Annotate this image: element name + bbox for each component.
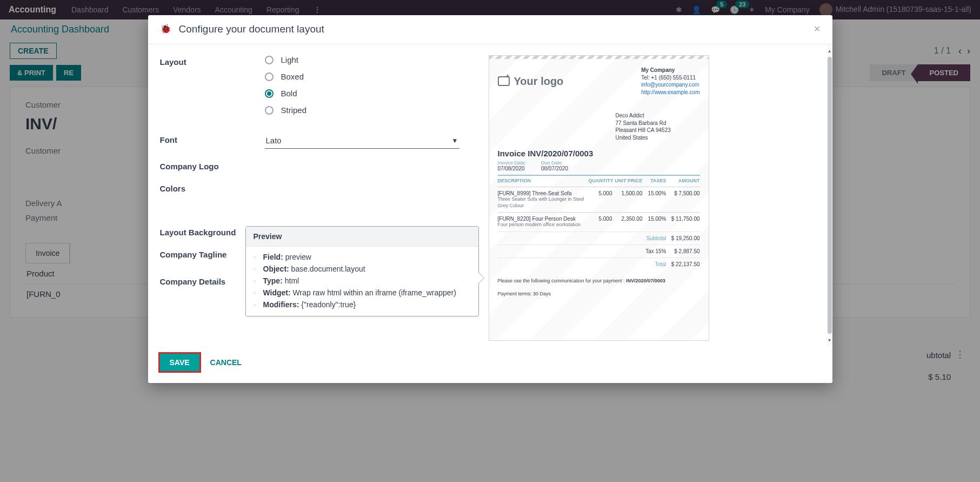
company-logo-label: Company Logo xyxy=(160,160,265,171)
radio-bold-label: Bold xyxy=(281,89,297,98)
doc-note2: Payment terms: 30 Days xyxy=(498,291,700,296)
cancel-button[interactable]: CANCEL xyxy=(210,358,242,367)
close-icon[interactable]: × xyxy=(814,23,821,35)
layout-label: Layout xyxy=(160,55,265,67)
debug-icon[interactable]: 🐞 xyxy=(160,23,171,35)
popover-title: Preview xyxy=(246,227,478,247)
preview-pane: Your logo My Company Tel: +1 (650) 555-0… xyxy=(482,55,821,341)
doc-note1: Please use the following communication f… xyxy=(498,278,700,283)
radio-light-label: Light xyxy=(281,55,299,64)
radio-striped-label: Striped xyxy=(281,105,307,115)
save-button[interactable]: SAVE xyxy=(160,354,199,371)
doc-stripe xyxy=(489,56,709,59)
doc-customer-address: Deco Addict 77 Santa Barbara Rd Pleasant… xyxy=(616,112,700,141)
radio-bold[interactable] xyxy=(265,89,274,98)
logo-text: Your logo xyxy=(514,75,564,88)
radio-boxed-label: Boxed xyxy=(281,72,304,81)
camera-icon xyxy=(498,76,510,86)
scroll-up-icon[interactable]: ▴ xyxy=(828,48,831,54)
modal-header: 🐞 Configure your document layout × xyxy=(148,15,832,44)
doc-company-block: My Company Tel: +1 (650) 555-0111 info@y… xyxy=(641,67,699,96)
scroll-down-icon[interactable]: ▾ xyxy=(828,337,831,343)
font-label: Font xyxy=(160,133,265,144)
font-value: Lato xyxy=(266,136,282,145)
modal-scrollbar[interactable]: ▴ ▾ xyxy=(827,44,832,346)
debug-popover: Preview Field: preview Object: base.docu… xyxy=(245,226,479,316)
colors-label: Colors xyxy=(160,182,265,193)
font-select[interactable]: Lato ▼ xyxy=(265,133,459,149)
modal-footer: SAVE CANCEL xyxy=(148,346,832,383)
radio-striped[interactable] xyxy=(265,106,274,115)
preview-document: Your logo My Company Tel: +1 (650) 555-0… xyxy=(489,55,709,341)
configure-layout-modal: 🐞 Configure your document layout × Layou… xyxy=(148,15,832,383)
modal-title: Configure your document layout xyxy=(179,23,324,35)
layout-radios: Light Boxed Bold Striped xyxy=(265,55,477,122)
doc-title: Invoice INV/2020/07/0003 xyxy=(498,149,700,158)
scroll-thumb[interactable] xyxy=(828,57,832,334)
radio-boxed[interactable] xyxy=(265,72,274,81)
chevron-down-icon: ▼ xyxy=(452,137,458,144)
radio-light[interactable] xyxy=(265,56,274,64)
